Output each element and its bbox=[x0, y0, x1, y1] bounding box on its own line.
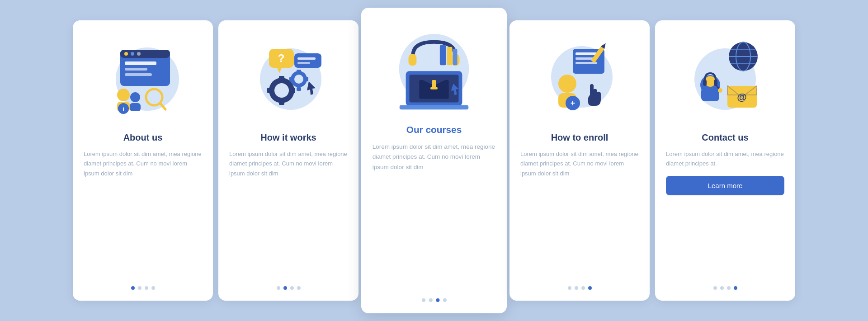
dot-4 bbox=[443, 298, 446, 302]
dot-3 bbox=[145, 286, 148, 290]
svg-point-78 bbox=[718, 88, 722, 93]
svg-point-11 bbox=[130, 92, 140, 102]
svg-text:@: @ bbox=[737, 91, 746, 103]
svg-point-25 bbox=[294, 75, 303, 84]
svg-point-58 bbox=[558, 75, 576, 93]
svg-rect-54 bbox=[576, 57, 594, 60]
svg-rect-35 bbox=[297, 62, 310, 64]
dot-3 bbox=[727, 286, 731, 290]
svg-rect-6 bbox=[125, 61, 156, 65]
svg-rect-48 bbox=[447, 47, 453, 66]
svg-rect-22 bbox=[267, 88, 272, 93]
svg-rect-33 bbox=[294, 53, 321, 68]
contact-us-dots bbox=[713, 276, 737, 290]
dot-4 bbox=[151, 286, 155, 290]
card-how-it-works: ? How it works Lorem ipsum dolor sit dim… bbox=[218, 20, 359, 301]
how-to-enroll-text: Lorem ipsum dolor sit dim amet, mea regi… bbox=[520, 149, 639, 178]
contact-us-text: Lorem ipsum dolor sit dim amet, mea regi… bbox=[666, 149, 784, 169]
how-to-enroll-title: How to enroll bbox=[551, 132, 609, 143]
dot-4 bbox=[297, 286, 301, 290]
svg-point-4 bbox=[131, 52, 134, 56]
svg-rect-45 bbox=[409, 54, 417, 66]
svg-rect-47 bbox=[440, 45, 446, 66]
dot-2 bbox=[429, 298, 432, 302]
svg-rect-7 bbox=[125, 68, 147, 71]
svg-point-19 bbox=[274, 83, 289, 98]
contact-us-title: Contact us bbox=[702, 132, 748, 143]
dot-2 bbox=[720, 286, 724, 290]
svg-rect-21 bbox=[279, 100, 284, 105]
dot-3 bbox=[436, 298, 439, 302]
about-us-dots bbox=[131, 276, 155, 290]
cards-container: i About us Lorem ipsum dolor sit dim ame… bbox=[55, 0, 813, 321]
our-courses-title: Our courses bbox=[406, 124, 462, 135]
svg-text:+: + bbox=[571, 99, 576, 108]
how-to-enroll-dots bbox=[568, 276, 592, 290]
how-it-works-title: How it works bbox=[260, 132, 316, 143]
about-us-title: About us bbox=[123, 132, 163, 143]
svg-text:?: ? bbox=[278, 52, 285, 64]
dot-3 bbox=[290, 286, 294, 290]
how-to-enroll-illustration: + bbox=[534, 34, 625, 124]
svg-rect-43 bbox=[432, 80, 436, 88]
svg-rect-26 bbox=[297, 70, 301, 73]
svg-rect-34 bbox=[297, 57, 316, 60]
dot-1 bbox=[421, 298, 425, 302]
card-our-courses: Our courses Lorem ipsum dolor sit dim am… bbox=[361, 8, 507, 313]
svg-text:i: i bbox=[123, 105, 124, 112]
svg-rect-44 bbox=[430, 87, 438, 90]
svg-rect-8 bbox=[125, 73, 152, 76]
dot-2 bbox=[575, 286, 578, 290]
svg-rect-74 bbox=[701, 88, 719, 101]
svg-rect-12 bbox=[130, 103, 141, 111]
dot-4 bbox=[588, 286, 592, 290]
about-us-illustration: i bbox=[98, 34, 188, 124]
learn-more-button[interactable]: Learn more bbox=[666, 176, 784, 195]
svg-rect-29 bbox=[305, 77, 308, 81]
dot-2 bbox=[283, 286, 287, 290]
dot-2 bbox=[138, 286, 142, 290]
our-courses-dots bbox=[421, 288, 446, 302]
svg-rect-27 bbox=[297, 87, 301, 91]
how-it-works-text: Lorem ipsum dolor sit dim amet, mea regi… bbox=[229, 149, 348, 178]
dot-1 bbox=[131, 286, 135, 290]
svg-rect-49 bbox=[453, 49, 458, 66]
dot-1 bbox=[568, 286, 571, 290]
svg-point-3 bbox=[124, 52, 128, 56]
svg-point-5 bbox=[137, 52, 141, 56]
svg-rect-75 bbox=[703, 80, 707, 86]
how-it-works-dots bbox=[277, 276, 301, 290]
svg-rect-23 bbox=[291, 88, 295, 93]
our-courses-text: Lorem ipsum dolor sit dim amet, mea regi… bbox=[373, 142, 495, 172]
how-it-works-illustration: ? bbox=[243, 34, 334, 124]
dot-1 bbox=[713, 286, 717, 290]
dot-3 bbox=[581, 286, 585, 290]
contact-us-illustration: @ bbox=[680, 34, 770, 124]
our-courses-illustration bbox=[387, 22, 481, 116]
dot-4 bbox=[734, 286, 737, 290]
svg-rect-28 bbox=[289, 77, 293, 81]
svg-rect-40 bbox=[400, 105, 469, 109]
about-us-text: Lorem ipsum dolor sit dim amet, mea regi… bbox=[84, 149, 202, 178]
card-how-to-enroll: + How to enroll Lorem ipsum dolor sit di… bbox=[509, 20, 650, 301]
dot-1 bbox=[277, 286, 280, 290]
svg-point-9 bbox=[117, 89, 130, 101]
card-about-us: i About us Lorem ipsum dolor sit dim ame… bbox=[73, 20, 213, 301]
card-contact-us: @ Contact us Lorem ipsum dolor sit dim a… bbox=[655, 20, 795, 301]
svg-rect-20 bbox=[279, 76, 284, 80]
